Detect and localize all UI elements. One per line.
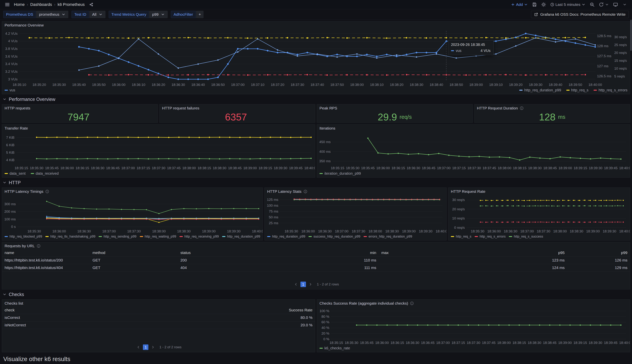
share-icon [89,2,93,6]
legend-item[interactable]: http_req_s [451,235,471,238]
svg-text:18:39:00: 18:39:00 [202,229,216,233]
table-row[interactable]: https://httpbin.test.k6.io/status/404GET… [2,264,630,272]
svg-text:18:37:10: 18:37:10 [251,83,264,86]
legend-item[interactable]: http_req_receiving_p99 [179,235,219,238]
legend-item[interactable]: k6_checks_rate [319,346,350,350]
prev-page-button[interactable] [136,344,141,350]
iterations-chart[interactable]: 350 ms400 ms450 ms18:35:1518:35:3018:35:… [317,132,630,171]
svg-text:3.8 VUs: 3.8 VUs [5,47,18,50]
info-icon[interactable] [45,190,49,194]
checks-success-rate-chart[interactable]: 0 %20 %40 %60 %80 %100 %18:35:1518:35:30… [317,306,630,346]
refresh-button[interactable] [598,1,610,8]
checks-pagination: 1 1 - 2 of 2 rows [2,342,315,352]
table-row[interactable]: isNotCorrect20.0 % [2,322,315,329]
table-row[interactable]: isCorrect80.0 % [2,314,315,322]
column-header[interactable]: method [90,249,178,256]
http-latency-stats-chart[interactable]: 25 ms50 ms75 ms100 ms125 ms18:35:3018:36… [265,194,447,234]
legend-item[interactable]: http_req_s_errors [593,88,627,92]
svg-text:18:36:15: 18:36:15 [76,166,89,170]
column-header[interactable]: Success Rate [183,306,315,314]
http-latency-timings-chart[interactable]: 0 s100 ms200 ms300 ms18:35:3018:36:0018:… [2,194,263,234]
panel-header[interactable]: Requests by URL [2,242,630,249]
panel-header[interactable]: HTTP Request Rate [448,188,630,194]
share-dashboard-button[interactable] [88,1,95,8]
panel-header[interactable]: HTTP Latency Stats [265,188,447,194]
panel-header[interactable]: Transfer Rate [2,124,315,132]
legend-item[interactable]: http_req_duration_p99 [267,235,305,238]
panel-header[interactable]: Performance Overview [2,22,630,28]
add-button[interactable]: Add [510,1,529,8]
dashboard-settings-button[interactable] [540,1,547,8]
legend-swatch [99,236,102,237]
time-range-picker[interactable]: Last 5 minutes [549,1,587,8]
panel-header[interactable]: Checks Success Rate (aggregate individua… [317,300,630,306]
legend-item[interactable]: http_req_s [566,88,589,92]
panel-header[interactable]: Iterations [317,124,630,132]
section-performance-overview[interactable]: Performance Overview [2,96,630,103]
column-header[interactable]: status [178,249,347,256]
section-checks[interactable]: Checks [2,291,630,298]
legend-item[interactable]: vus [5,88,15,92]
info-icon[interactable] [410,301,414,305]
legend-item[interactable]: http_req_waiting_p99 [140,235,176,238]
legend-item[interactable]: http_req_s_errors [475,235,506,238]
legend-item[interactable]: iteration_duration_p99 [319,172,361,176]
legend-item[interactable]: http_req_s_success [509,235,543,238]
svg-text:18:35:10: 18:35:10 [13,83,26,86]
legend-item[interactable]: http_req_duration_p99 [222,235,260,238]
tv-mode-button[interactable] [612,1,619,8]
prev-page-button[interactable] [293,282,299,287]
legend-item[interactable]: http_req_blocked_p99 [5,235,42,238]
column-header[interactable]: p95 [517,249,567,256]
info-icon[interactable] [37,244,41,248]
breadcrumb-home[interactable]: Home [14,2,25,7]
legend-item[interactable]: data_sent [5,172,26,176]
panel-header[interactable]: HTTP Latency Timings [2,188,263,194]
next-page-button[interactable] [150,344,156,350]
variable-value-dropdown[interactable]: All [89,11,105,18]
docs-link[interactable]: Grafana k6 OSS Docs: Prometheus Remote W… [531,11,629,18]
svg-text:18:35:30: 18:35:30 [345,341,358,345]
svg-text:18:38:00: 18:38:00 [152,229,166,233]
breadcrumb-dashboards[interactable]: Dashboards [30,2,52,7]
section-http[interactable]: HTTP [2,179,630,186]
column-header[interactable]: min [347,249,379,256]
zoom-out-button[interactable] [588,1,596,8]
variable-value-dropdown[interactable]: prometheus [36,11,68,18]
gear-icon [541,2,546,7]
transfer-rate-chart[interactable]: 4 KiB5 KiB6 KiB7 KiB18:35:1518:35:3018:3… [2,132,315,171]
legend-item[interactable]: data_received [31,172,59,176]
legend-item[interactable]: http_req_sending_p99 [99,235,136,238]
svg-text:18:36:00: 18:36:00 [60,166,74,170]
panel-header[interactable]: Checks list [2,300,315,306]
legend-item[interactable]: http_req_duration_p99 [519,88,561,92]
breadcrumb-current[interactable]: k6 Prometheus [58,2,85,7]
chart-legend: http_req_duration_p99success_http_req_du… [265,234,447,240]
save-dashboard-button[interactable] [531,1,538,8]
info-icon[interactable] [303,190,307,194]
svg-text:18:36:00: 18:36:00 [375,341,389,345]
legend-item[interactable]: success_http_req_duration_p99 [309,235,360,238]
variable-value-dropdown[interactable]: p99 [149,11,167,18]
table-cell: isCorrect [2,314,183,322]
column-header[interactable]: name [2,249,90,256]
svg-text:18:38:30: 18:38:30 [528,166,542,170]
page-number-button[interactable]: 1 [300,282,306,287]
info-icon[interactable] [520,106,524,110]
collapse-bar-button[interactable] [621,1,628,8]
scrollbar[interactable] [630,20,632,51]
http-request-rate-chart[interactable]: 0 req/s10 req/s20 req/s30 req/s18:35:301… [448,194,630,234]
adhoc-filter-add-button[interactable]: + [196,11,203,18]
page-number-button[interactable]: 1 [143,344,148,350]
column-header[interactable]: max [379,249,517,256]
menu-toggle-button[interactable] [4,1,11,8]
column-header[interactable]: p99 [567,249,630,256]
legend-item[interactable]: http_req_tls_handshaking_p99 [45,235,95,238]
table-row[interactable]: https://httpbin.test.k6.io/status/200GET… [2,256,630,264]
column-header[interactable]: check [2,306,183,314]
next-page-button[interactable] [308,282,313,287]
panel-title: Peak RPS [319,106,337,110]
performance-overview-chart[interactable]: 2023-09-26 18:38:45 vus 4 VUs 3 VUs3.2 V… [2,28,630,88]
legend-swatch [222,236,226,237]
legend-item[interactable]: errors_http_req_duration_p99 [364,235,412,238]
